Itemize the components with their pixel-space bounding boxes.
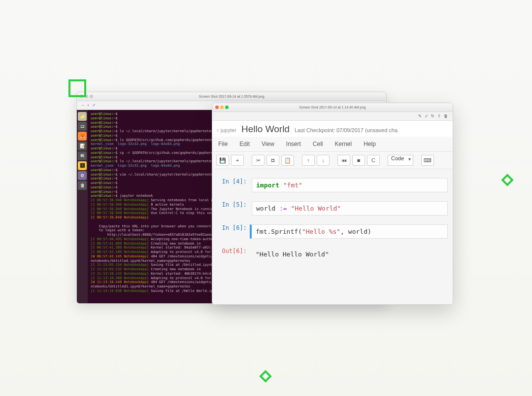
nautilus-icon[interactable]: 🗂 <box>78 122 87 131</box>
restart-button[interactable]: C <box>367 155 380 166</box>
code-cell[interactable]: In [4]:import "fmt" <box>217 178 448 192</box>
cell-type-select[interactable]: Code <box>388 155 413 166</box>
in-prompt: In [4]: <box>217 178 252 185</box>
jupyter-logo[interactable]: jupyter <box>216 127 236 133</box>
traffic-lights[interactable] <box>215 106 229 109</box>
jupyter-menubar[interactable]: FileEditViewInsertCellKernelHelp <box>212 137 453 152</box>
paste-button[interactable]: 📋 <box>281 155 294 166</box>
minimize-icon[interactable] <box>220 106 224 109</box>
window-title: Screen Shot 2017-09-14 at 1.14.46 AM.png <box>212 106 453 109</box>
files-icon[interactable]: 📁 <box>78 112 87 121</box>
checkpoint-label: Last Checkpoint: 07/09/2017 (unsaved cha <box>295 127 398 133</box>
menu-cell[interactable]: Cell <box>313 141 323 147</box>
menu-kernel[interactable]: Kernel <box>335 141 352 147</box>
trash-icon[interactable]: 🗑 <box>78 181 87 190</box>
interrupt-button[interactable]: ■ <box>352 155 365 166</box>
in-prompt: In [5]: <box>217 201 252 208</box>
amazon-icon[interactable]: 🅰 <box>78 161 87 170</box>
menu-edit[interactable]: Edit <box>239 141 250 147</box>
menu-view[interactable]: View <box>262 141 274 147</box>
mac-titlebar[interactable]: Screen Shot 2017-09-14 at 1.14.46 AM.png <box>212 103 453 112</box>
green-diamond-decoration <box>259 370 271 382</box>
code-cell[interactable]: In [5]:world := "Hello World" <box>217 201 448 216</box>
mac-titlebar[interactable]: Screen Shot 2017-09-14 at 1.5578 AM.png <box>77 92 386 101</box>
green-diamond-decoration <box>501 174 513 186</box>
save-button[interactable]: 💾 <box>216 155 229 166</box>
jupyter-notebook: jupyter Hello World Last Checkpoint: 07/… <box>212 121 453 304</box>
zoom-icon[interactable] <box>90 95 93 98</box>
preview-toolbar: ✎ ⤢ ↻ ⇪ 🗑 <box>212 112 453 121</box>
add-cell-button[interactable]: + <box>231 155 244 166</box>
output-cell: Out[6]:"Hello Hello World" <box>217 248 448 261</box>
menu-help[interactable]: Help <box>364 141 376 147</box>
cut-button[interactable]: ✂ <box>252 155 265 166</box>
mac-preview-window-jupyter: Screen Shot 2017-09-14 at 1.14.46 AM.png… <box>212 103 453 305</box>
out-prompt: Out[6]: <box>217 248 252 254</box>
share-icon[interactable]: ⇪ <box>437 114 441 118</box>
cell-input[interactable]: world := "Hello World" <box>252 201 448 216</box>
zoom-out-icon[interactable]: − <box>82 103 84 108</box>
edit-icon[interactable]: ✎ <box>418 114 422 118</box>
firefox-icon[interactable]: 🦊 <box>78 132 87 141</box>
ubuntu-dock[interactable]: 📁🗂🦊📝🛠🅰⚙🗑 <box>77 110 88 303</box>
command-palette-button[interactable]: ⌨ <box>421 155 434 166</box>
zoom-in-icon[interactable]: + <box>87 103 90 108</box>
settings-icon[interactable]: ⚙ <box>78 171 87 180</box>
expand-icon[interactable]: ⤢ <box>425 114 428 118</box>
move-up-button[interactable]: ↑ <box>302 155 315 166</box>
zoom-icon[interactable] <box>225 106 229 109</box>
menu-file[interactable]: File <box>218 141 228 147</box>
trash-icon[interactable]: 🗑 <box>444 114 448 118</box>
software-icon[interactable]: 🛠 <box>78 151 87 160</box>
run-prev-button[interactable]: ⏮ <box>337 155 350 166</box>
close-icon[interactable] <box>215 106 219 109</box>
text-editor-icon[interactable]: 📝 <box>78 142 87 150</box>
jupyter-toolbar[interactable]: 💾 + ✂ ⧉ 📋 ↑ ↓ ⏮ ■ C Code ⌨ <box>212 152 453 169</box>
notebook-cells[interactable]: In [4]:import "fmt"In [5]:world := "Hell… <box>212 169 453 304</box>
cell-input[interactable]: fmt.Sprintf("Hello %s", world) <box>250 224 448 239</box>
move-down-button[interactable]: ↓ <box>317 155 330 166</box>
window-title: Screen Shot 2017-09-14 at 1.5578 AM.png <box>77 95 386 98</box>
fit-icon[interactable]: ⤢ <box>92 103 96 108</box>
cell-output: "Hello Hello World" <box>252 248 448 261</box>
menu-insert[interactable]: Insert <box>286 141 301 147</box>
in-prompt: In [6]: <box>217 224 252 231</box>
cell-input[interactable]: import "fmt" <box>252 178 448 192</box>
jupyter-header: jupyter Hello World Last Checkpoint: 07/… <box>212 121 453 137</box>
copy-button[interactable]: ⧉ <box>266 155 279 166</box>
code-cell[interactable]: In [6]:fmt.Sprintf("Hello %s", world) <box>217 224 448 239</box>
notebook-title[interactable]: Hello World <box>241 124 290 135</box>
rotate-icon[interactable]: ↻ <box>431 114 434 118</box>
green-square-decoration <box>68 79 86 97</box>
